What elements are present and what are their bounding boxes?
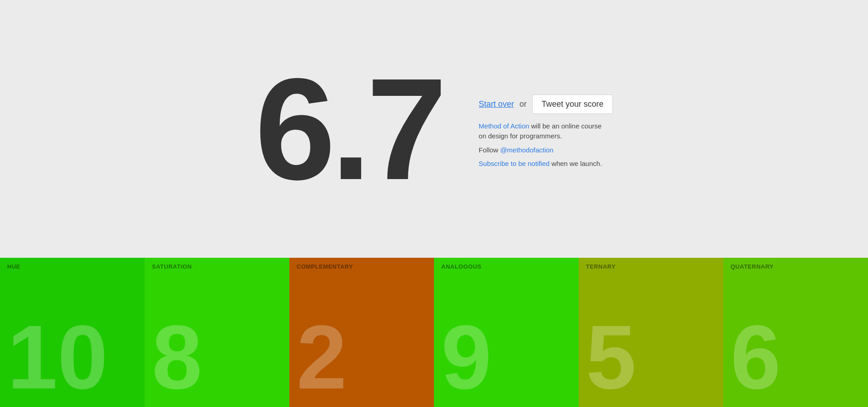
panel-score-saturation: 8: [152, 312, 202, 402]
follow-line: Follow @methodofaction: [479, 145, 610, 156]
panel-label-complementary: COMPLEMENTARY: [297, 263, 427, 270]
description-block: Method of Action will be an online cours…: [479, 121, 610, 173]
or-text: or: [519, 99, 527, 109]
subscribe-line: Subscribe to be notified when we launch.: [479, 159, 610, 169]
panel-score-hue: 10: [7, 312, 108, 402]
score-container: 6.7 Start over or Tweet your score Metho…: [255, 57, 613, 201]
panel-complementary: COMPLEMENTARY2: [289, 258, 434, 407]
description-line1: Method of Action will be an online cours…: [479, 121, 610, 142]
method-of-action-link[interactable]: Method of Action: [479, 122, 529, 130]
twitter-handle-link[interactable]: @methodofaction: [500, 146, 553, 154]
panel-label-saturation: SATURATION: [152, 263, 282, 270]
subscribe-suffix: when we launch.: [550, 160, 602, 167]
panel-score-ternary: 5: [586, 312, 636, 402]
action-row: Start over or Tweet your score: [479, 95, 613, 114]
panel-label-ternary: TERNARY: [586, 263, 716, 270]
panel-score-analogous: 9: [441, 312, 491, 402]
panel-ternary: TERNARY5: [579, 258, 723, 407]
score-display: 6.7: [255, 57, 443, 201]
subscribe-link[interactable]: Subscribe to be notified: [479, 160, 550, 167]
tweet-score-button[interactable]: Tweet your score: [532, 95, 613, 114]
panel-quaternary: QUATERNARY6: [723, 258, 868, 407]
panel-hue: HUE10: [0, 258, 145, 407]
panel-label-quaternary: QUATERNARY: [731, 263, 861, 270]
panel-score-complementary: 2: [297, 312, 347, 402]
panel-analogous: ANALOGOUS9: [434, 258, 579, 407]
panel-label-hue: HUE: [7, 263, 137, 270]
panel-label-analogous: ANALOGOUS: [441, 263, 571, 270]
start-over-link[interactable]: Start over: [479, 99, 514, 109]
follow-text: Follow: [479, 146, 500, 154]
panel-saturation: SATURATION8: [145, 258, 289, 407]
info-panel: Start over or Tweet your score Method of…: [479, 95, 613, 173]
main-area: 6.7 Start over or Tweet your score Metho…: [0, 0, 868, 258]
bottom-panels: HUE10SATURATION8COMPLEMENTARY2ANALOGOUS9…: [0, 258, 868, 407]
panel-score-quaternary: 6: [731, 312, 781, 402]
